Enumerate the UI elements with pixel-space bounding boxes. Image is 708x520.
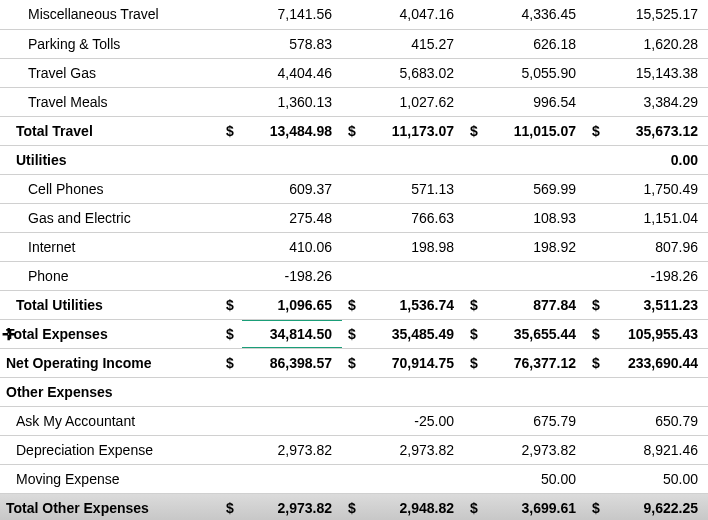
- table-row: Total Expenses$34,814.50$35,485.49$35,65…: [0, 319, 708, 348]
- currency-symbol: [586, 406, 608, 435]
- cell-value[interactable]: 5,055.90: [486, 58, 586, 87]
- cell-value[interactable]: 198.92: [486, 232, 586, 261]
- cell-value[interactable]: 3,384.29: [608, 87, 708, 116]
- cell-value[interactable]: 7,141.56: [242, 0, 342, 29]
- cell-value[interactable]: [486, 377, 586, 406]
- cell-value[interactable]: 3,699.61: [486, 493, 586, 520]
- currency-symbol: [464, 174, 486, 203]
- cell-value[interactable]: 1,096.65: [242, 290, 342, 319]
- cell-value[interactable]: 578.83: [242, 29, 342, 58]
- cell-value[interactable]: [608, 377, 708, 406]
- cell-value[interactable]: 609.37: [242, 174, 342, 203]
- cell-value[interactable]: -198.26: [608, 261, 708, 290]
- cell-value[interactable]: 626.18: [486, 29, 586, 58]
- cell-value[interactable]: 76,377.12: [486, 348, 586, 377]
- cell-value[interactable]: 70,914.75: [364, 348, 464, 377]
- cell-value[interactable]: 4,336.45: [486, 0, 586, 29]
- cell-value[interactable]: 2,973.82: [242, 493, 342, 520]
- cell-value[interactable]: 2,948.82: [364, 493, 464, 520]
- cell-value[interactable]: 569.99: [486, 174, 586, 203]
- cell-value[interactable]: [364, 261, 464, 290]
- row-label: Total Expenses: [0, 319, 220, 348]
- row-label: Miscellaneous Travel: [0, 0, 220, 29]
- cell-value[interactable]: 807.96: [608, 232, 708, 261]
- currency-symbol: [464, 29, 486, 58]
- cell-value[interactable]: 13,484.98: [242, 116, 342, 145]
- cell-value[interactable]: 9,622.25: [608, 493, 708, 520]
- table-row: Total Utilities$1,096.65$1,536.74$877.84…: [0, 290, 708, 319]
- cell-value[interactable]: 35,655.44: [486, 319, 586, 348]
- cell-value[interactable]: 198.98: [364, 232, 464, 261]
- currency-symbol: [342, 174, 364, 203]
- cell-value[interactable]: 877.84: [486, 290, 586, 319]
- table-row: Moving Expense50.0050.00: [0, 464, 708, 493]
- currency-symbol: [586, 435, 608, 464]
- cell-value[interactable]: [364, 464, 464, 493]
- cell-value[interactable]: 233,690.44: [608, 348, 708, 377]
- cell-value[interactable]: 1,536.74: [364, 290, 464, 319]
- cell-value[interactable]: [242, 377, 342, 406]
- cell-value[interactable]: -25.00: [364, 406, 464, 435]
- cell-value[interactable]: 5,683.02: [364, 58, 464, 87]
- cell-value[interactable]: [364, 145, 464, 174]
- table-row: Ask My Accountant-25.00675.79650.79: [0, 406, 708, 435]
- row-label: Gas and Electric: [0, 203, 220, 232]
- cell-value[interactable]: 50.00: [608, 464, 708, 493]
- currency-symbol: $: [342, 319, 364, 348]
- cell-value[interactable]: 3,511.23: [608, 290, 708, 319]
- cell-value[interactable]: 108.93: [486, 203, 586, 232]
- currency-symbol: $: [464, 290, 486, 319]
- cell-value[interactable]: [486, 145, 586, 174]
- cell-value[interactable]: 4,047.16: [364, 0, 464, 29]
- currency-symbol: [220, 87, 242, 116]
- row-label: Utilities: [0, 145, 220, 174]
- cell-value[interactable]: 675.79: [486, 406, 586, 435]
- cell-value[interactable]: 50.00: [486, 464, 586, 493]
- cell-value[interactable]: -198.26: [242, 261, 342, 290]
- cell-value[interactable]: 996.54: [486, 87, 586, 116]
- currency-symbol: [342, 203, 364, 232]
- cell-value[interactable]: 34,814.50: [242, 319, 342, 348]
- cell-value[interactable]: [486, 261, 586, 290]
- cell-value[interactable]: [242, 464, 342, 493]
- currency-symbol: [464, 87, 486, 116]
- cell-value[interactable]: [242, 145, 342, 174]
- cell-value[interactable]: [364, 377, 464, 406]
- currency-symbol: [342, 261, 364, 290]
- cell-value[interactable]: 11,015.07: [486, 116, 586, 145]
- cell-value[interactable]: 2,973.82: [486, 435, 586, 464]
- cell-value[interactable]: 415.27: [364, 29, 464, 58]
- row-label: Depreciation Expense: [0, 435, 220, 464]
- cell-value[interactable]: 766.63: [364, 203, 464, 232]
- row-label: Other Expenses: [0, 377, 220, 406]
- cell-value[interactable]: 35,673.12: [608, 116, 708, 145]
- cell-value[interactable]: 275.48: [242, 203, 342, 232]
- cell-value[interactable]: 15,143.38: [608, 58, 708, 87]
- cell-value[interactable]: 35,485.49: [364, 319, 464, 348]
- cell-value[interactable]: 2,973.82: [242, 435, 342, 464]
- cell-value[interactable]: 1,027.62: [364, 87, 464, 116]
- cell-value[interactable]: 4,404.46: [242, 58, 342, 87]
- cell-value[interactable]: 11,173.07: [364, 116, 464, 145]
- currency-symbol: [586, 377, 608, 406]
- table-row: Travel Meals1,360.131,027.62996.543,384.…: [0, 87, 708, 116]
- cell-value[interactable]: 1,750.49: [608, 174, 708, 203]
- cell-value[interactable]: 105,955.43: [608, 319, 708, 348]
- cell-value[interactable]: 571.13: [364, 174, 464, 203]
- cell-value[interactable]: 0.00: [608, 145, 708, 174]
- cell-value[interactable]: 410.06: [242, 232, 342, 261]
- cell-value[interactable]: 650.79: [608, 406, 708, 435]
- cell-value[interactable]: 86,398.57: [242, 348, 342, 377]
- currency-symbol: [220, 464, 242, 493]
- currency-symbol: $: [586, 493, 608, 520]
- cell-value[interactable]: [242, 406, 342, 435]
- cell-value[interactable]: 8,921.46: [608, 435, 708, 464]
- cell-value[interactable]: 1,620.28: [608, 29, 708, 58]
- cell-value[interactable]: 2,973.82: [364, 435, 464, 464]
- cell-value[interactable]: 1,151.04: [608, 203, 708, 232]
- cell-value[interactable]: 1,360.13: [242, 87, 342, 116]
- currency-symbol: [464, 464, 486, 493]
- cell-value[interactable]: 15,525.17: [608, 0, 708, 29]
- table-row: Depreciation Expense2,973.822,973.822,97…: [0, 435, 708, 464]
- currency-symbol: [342, 87, 364, 116]
